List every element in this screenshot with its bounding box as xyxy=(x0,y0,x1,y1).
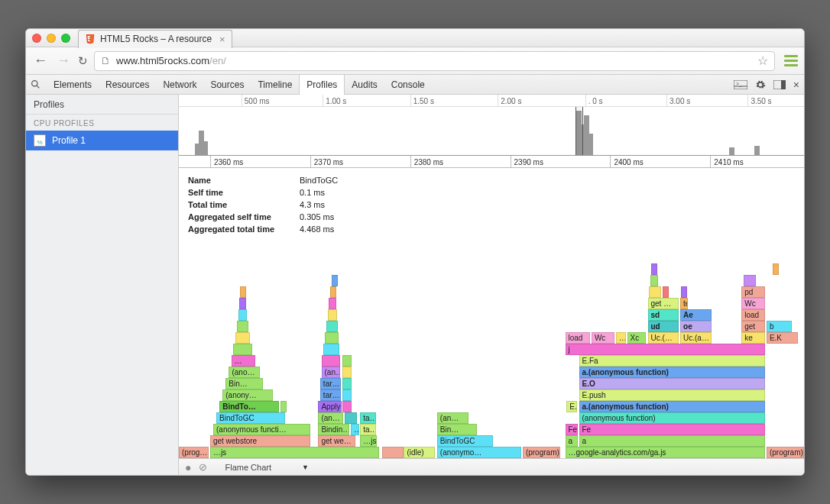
flame-frame[interactable]: Xc xyxy=(627,332,647,344)
flame-frame[interactable]: BindToGC xyxy=(437,435,494,447)
dock-side-icon[interactable] xyxy=(773,80,786,89)
flame-frame[interactable]: oe xyxy=(680,321,712,332)
flame-frame[interactable]: …js xyxy=(210,447,379,458)
flame-frame[interactable]: Ae xyxy=(680,309,712,321)
flame-frame[interactable]: (prog… xyxy=(179,447,209,458)
browser-tab[interactable]: HTML5 Rocks – A resource × xyxy=(78,30,232,48)
settings-gear-icon[interactable] xyxy=(755,79,766,90)
flame-frame[interactable] xyxy=(342,367,351,378)
flame-frame[interactable] xyxy=(330,286,336,298)
overview-timeline[interactable]: 500 ms1.00 s1.50 s2.00 s. 0 s3.00 s3.50 … xyxy=(179,95,804,156)
flame-frame[interactable]: (an… xyxy=(322,367,341,378)
flame-frame[interactable]: get webstore xyxy=(210,435,310,447)
flame-frame[interactable]: get … xyxy=(648,298,679,309)
view-mode-select[interactable]: Flame Chart ▼ xyxy=(219,460,313,474)
flame-frame[interactable]: Bin… xyxy=(225,378,263,389)
flame-frame[interactable]: E.Fa xyxy=(579,355,766,367)
back-icon[interactable]: ← xyxy=(32,53,49,69)
flame-frame[interactable] xyxy=(649,286,661,298)
flame-frame[interactable] xyxy=(322,355,341,367)
drawer-toggle-icon[interactable]: >_ xyxy=(734,80,747,89)
flame-frame[interactable] xyxy=(332,275,338,286)
menu-icon[interactable] xyxy=(784,55,798,66)
flame-frame[interactable]: tar… xyxy=(320,378,341,389)
flame-frame[interactable]: ke xyxy=(741,332,765,344)
profile-item[interactable]: %Profile 1 xyxy=(26,131,178,150)
flame-chart[interactable]: NameBindToGCSelf time0.1 msTotal time4.3… xyxy=(179,168,804,458)
minimize-icon[interactable] xyxy=(47,34,56,43)
flame-frame[interactable]: (an… xyxy=(318,412,343,424)
address-bar[interactable]: 🗋 www.html5rocks.com/en/ ☆ xyxy=(94,51,775,71)
devtools-tab-network[interactable]: Network xyxy=(156,75,203,95)
flame-frame[interactable] xyxy=(235,332,251,344)
overview-selection[interactable] xyxy=(575,107,583,155)
flame-frame[interactable]: Apply… xyxy=(318,401,341,412)
flame-frame[interactable] xyxy=(239,298,245,309)
flame-frame[interactable] xyxy=(382,447,404,458)
flame-frame[interactable]: …google-analytics.com/ga.js xyxy=(566,447,766,458)
devtools-close-icon[interactable]: × xyxy=(793,79,799,91)
flame-frame[interactable]: (program) xyxy=(523,447,560,458)
flame-frame[interactable]: Fe xyxy=(579,424,766,435)
flame-frame[interactable]: E… xyxy=(566,401,577,412)
flame-frame[interactable]: j xyxy=(566,344,766,355)
devtools-tab-profiles[interactable]: Profiles xyxy=(299,75,345,95)
flame-frame[interactable]: …js xyxy=(360,435,377,447)
flame-frame[interactable] xyxy=(650,275,658,286)
flame-frame[interactable]: E.push xyxy=(579,389,766,401)
flame-frame[interactable]: (anonymous functi… xyxy=(213,424,310,435)
flame-frame[interactable]: … xyxy=(232,355,255,367)
flame-frame[interactable]: a.(anonymous function) xyxy=(579,401,766,412)
flame-frame[interactable] xyxy=(744,275,756,286)
bookmark-star-icon[interactable]: ☆ xyxy=(757,53,768,68)
search-icon[interactable] xyxy=(31,79,41,89)
flame-frame[interactable] xyxy=(329,298,336,309)
flame-frame[interactable]: Fe xyxy=(566,424,578,435)
flame-frame[interactable] xyxy=(681,286,687,298)
flame-frame[interactable] xyxy=(663,286,669,298)
flame-frame[interactable]: (an… xyxy=(437,412,468,424)
flame-frame[interactable]: BindToGC xyxy=(216,412,285,424)
flame-frame[interactable]: … xyxy=(351,424,359,435)
flame-frame[interactable] xyxy=(238,309,247,321)
devtools-tab-elements[interactable]: Elements xyxy=(47,75,99,95)
flame-frame[interactable]: a xyxy=(579,435,766,447)
flame-frame[interactable]: a.(anonymous function) xyxy=(579,367,766,378)
flame-frame[interactable]: (anonymous function) xyxy=(579,412,766,424)
clear-icon[interactable]: ⊘ xyxy=(199,461,207,473)
flame-frame[interactable] xyxy=(325,332,339,344)
flame-frame[interactable] xyxy=(326,321,338,332)
flame-frame[interactable] xyxy=(342,378,351,389)
flame-frame[interactable]: (anony… xyxy=(222,389,272,401)
close-icon[interactable] xyxy=(32,34,41,43)
flame-frame[interactable]: E.O xyxy=(579,378,766,389)
flame-frame[interactable] xyxy=(345,412,357,424)
flame-frame[interactable]: Uc.(a… xyxy=(680,332,712,344)
flame-frame[interactable] xyxy=(342,355,351,367)
flame-frame[interactable]: (idle) xyxy=(404,447,435,458)
flame-frame[interactable] xyxy=(651,263,657,275)
flame-frame[interactable]: (ano… xyxy=(229,367,260,378)
flame-frame[interactable] xyxy=(342,401,351,412)
flame-frame[interactable]: get xyxy=(741,321,765,332)
flame-frame[interactable] xyxy=(233,344,252,355)
flame-frame[interactable]: Wc xyxy=(741,298,765,309)
devtools-tab-console[interactable]: Console xyxy=(384,75,432,95)
flame-frame[interactable] xyxy=(280,401,287,412)
flame-frame[interactable]: (anonymo… xyxy=(437,447,521,458)
flame-frame[interactable]: get we… xyxy=(318,435,355,447)
devtools-tab-timeline[interactable]: Timeline xyxy=(251,75,299,95)
flame-frame[interactable]: … xyxy=(616,332,626,344)
record-dot-icon[interactable]: ● xyxy=(185,461,191,473)
flame-frame[interactable]: ta… xyxy=(360,424,376,435)
flame-frame[interactable]: a xyxy=(566,435,578,447)
devtools-tab-sources[interactable]: Sources xyxy=(203,75,251,95)
tab-close-icon[interactable]: × xyxy=(219,34,225,45)
flame-frame[interactable]: load xyxy=(741,309,765,321)
flame-frame[interactable]: Bin… xyxy=(437,424,477,435)
flame-frame[interactable] xyxy=(328,309,337,321)
flame-frame[interactable]: E.K xyxy=(767,332,798,344)
flame-frame[interactable]: BindTo… xyxy=(219,401,279,412)
zoom-icon[interactable] xyxy=(61,34,70,43)
flame-frame[interactable]: b xyxy=(767,321,792,332)
